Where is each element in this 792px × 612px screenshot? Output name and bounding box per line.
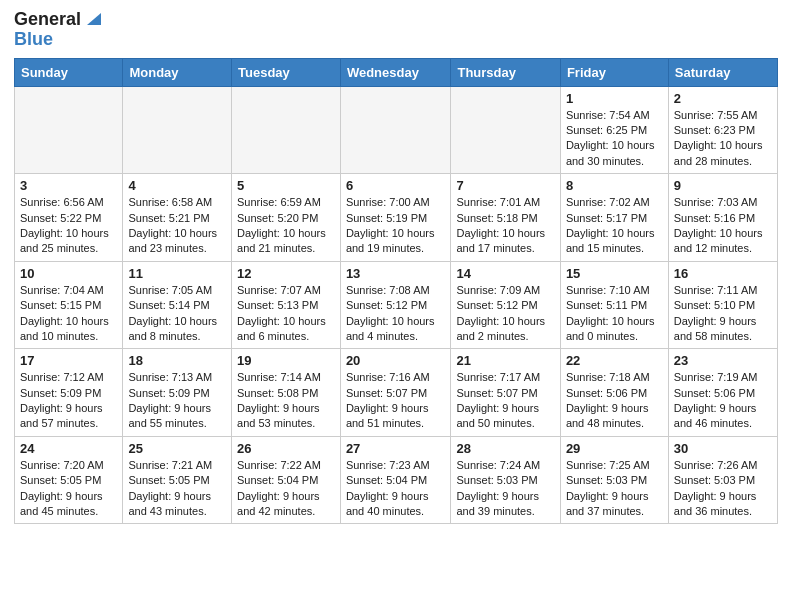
calendar-week-row: 24Sunrise: 7:20 AM Sunset: 5:05 PM Dayli… <box>15 436 778 524</box>
calendar-cell: 7Sunrise: 7:01 AM Sunset: 5:18 PM Daylig… <box>451 174 560 262</box>
logo-text-general: General <box>14 10 81 30</box>
calendar-week-row: 1Sunrise: 7:54 AM Sunset: 6:25 PM Daylig… <box>15 86 778 174</box>
calendar-cell: 27Sunrise: 7:23 AM Sunset: 5:04 PM Dayli… <box>340 436 451 524</box>
calendar-cell: 24Sunrise: 7:20 AM Sunset: 5:05 PM Dayli… <box>15 436 123 524</box>
weekday-header: Thursday <box>451 58 560 86</box>
day-number: 29 <box>566 441 663 456</box>
calendar-cell: 25Sunrise: 7:21 AM Sunset: 5:05 PM Dayli… <box>123 436 232 524</box>
weekday-header: Tuesday <box>232 58 341 86</box>
calendar-cell: 12Sunrise: 7:07 AM Sunset: 5:13 PM Dayli… <box>232 261 341 349</box>
cell-text: Sunrise: 7:19 AM Sunset: 5:06 PM Dayligh… <box>674 370 772 432</box>
calendar-cell <box>123 86 232 174</box>
day-number: 8 <box>566 178 663 193</box>
day-number: 16 <box>674 266 772 281</box>
day-number: 2 <box>674 91 772 106</box>
cell-text: Sunrise: 7:23 AM Sunset: 5:04 PM Dayligh… <box>346 458 446 520</box>
calendar-table: SundayMondayTuesdayWednesdayThursdayFrid… <box>14 58 778 525</box>
cell-text: Sunrise: 7:04 AM Sunset: 5:15 PM Dayligh… <box>20 283 117 345</box>
calendar-week-row: 17Sunrise: 7:12 AM Sunset: 5:09 PM Dayli… <box>15 349 778 437</box>
cell-text: Sunrise: 7:18 AM Sunset: 5:06 PM Dayligh… <box>566 370 663 432</box>
cell-text: Sunrise: 6:58 AM Sunset: 5:21 PM Dayligh… <box>128 195 226 257</box>
day-number: 9 <box>674 178 772 193</box>
logo-text-blue: Blue <box>14 30 53 50</box>
weekday-header: Friday <box>560 58 668 86</box>
cell-text: Sunrise: 7:01 AM Sunset: 5:18 PM Dayligh… <box>456 195 554 257</box>
day-number: 3 <box>20 178 117 193</box>
calendar-cell: 5Sunrise: 6:59 AM Sunset: 5:20 PM Daylig… <box>232 174 341 262</box>
calendar-week-row: 3Sunrise: 6:56 AM Sunset: 5:22 PM Daylig… <box>15 174 778 262</box>
day-number: 28 <box>456 441 554 456</box>
calendar-cell: 30Sunrise: 7:26 AM Sunset: 5:03 PM Dayli… <box>668 436 777 524</box>
calendar-cell: 4Sunrise: 6:58 AM Sunset: 5:21 PM Daylig… <box>123 174 232 262</box>
cell-text: Sunrise: 7:14 AM Sunset: 5:08 PM Dayligh… <box>237 370 335 432</box>
cell-text: Sunrise: 7:08 AM Sunset: 5:12 PM Dayligh… <box>346 283 446 345</box>
day-number: 18 <box>128 353 226 368</box>
calendar-cell: 15Sunrise: 7:10 AM Sunset: 5:11 PM Dayli… <box>560 261 668 349</box>
calendar-cell: 9Sunrise: 7:03 AM Sunset: 5:16 PM Daylig… <box>668 174 777 262</box>
cell-text: Sunrise: 7:24 AM Sunset: 5:03 PM Dayligh… <box>456 458 554 520</box>
day-number: 24 <box>20 441 117 456</box>
calendar-cell: 1Sunrise: 7:54 AM Sunset: 6:25 PM Daylig… <box>560 86 668 174</box>
cell-text: Sunrise: 7:21 AM Sunset: 5:05 PM Dayligh… <box>128 458 226 520</box>
cell-text: Sunrise: 7:13 AM Sunset: 5:09 PM Dayligh… <box>128 370 226 432</box>
cell-text: Sunrise: 7:00 AM Sunset: 5:19 PM Dayligh… <box>346 195 446 257</box>
calendar-cell <box>451 86 560 174</box>
calendar-cell: 29Sunrise: 7:25 AM Sunset: 5:03 PM Dayli… <box>560 436 668 524</box>
day-number: 22 <box>566 353 663 368</box>
svg-marker-0 <box>87 13 101 25</box>
logo-icon <box>83 7 105 29</box>
calendar-header-row: SundayMondayTuesdayWednesdayThursdayFrid… <box>15 58 778 86</box>
cell-text: Sunrise: 7:16 AM Sunset: 5:07 PM Dayligh… <box>346 370 446 432</box>
cell-text: Sunrise: 7:20 AM Sunset: 5:05 PM Dayligh… <box>20 458 117 520</box>
weekday-header: Sunday <box>15 58 123 86</box>
cell-text: Sunrise: 7:02 AM Sunset: 5:17 PM Dayligh… <box>566 195 663 257</box>
calendar-cell: 22Sunrise: 7:18 AM Sunset: 5:06 PM Dayli… <box>560 349 668 437</box>
cell-text: Sunrise: 7:55 AM Sunset: 6:23 PM Dayligh… <box>674 108 772 170</box>
cell-text: Sunrise: 7:03 AM Sunset: 5:16 PM Dayligh… <box>674 195 772 257</box>
day-number: 27 <box>346 441 446 456</box>
calendar-cell: 8Sunrise: 7:02 AM Sunset: 5:17 PM Daylig… <box>560 174 668 262</box>
calendar-cell: 13Sunrise: 7:08 AM Sunset: 5:12 PM Dayli… <box>340 261 451 349</box>
day-number: 17 <box>20 353 117 368</box>
weekday-header: Saturday <box>668 58 777 86</box>
cell-text: Sunrise: 7:17 AM Sunset: 5:07 PM Dayligh… <box>456 370 554 432</box>
day-number: 5 <box>237 178 335 193</box>
day-number: 14 <box>456 266 554 281</box>
cell-text: Sunrise: 6:59 AM Sunset: 5:20 PM Dayligh… <box>237 195 335 257</box>
calendar-cell <box>340 86 451 174</box>
page-container: General Blue SundayMondayTuesdayWednesda… <box>0 0 792 534</box>
calendar-cell: 18Sunrise: 7:13 AM Sunset: 5:09 PM Dayli… <box>123 349 232 437</box>
cell-text: Sunrise: 7:07 AM Sunset: 5:13 PM Dayligh… <box>237 283 335 345</box>
day-number: 21 <box>456 353 554 368</box>
calendar-cell: 11Sunrise: 7:05 AM Sunset: 5:14 PM Dayli… <box>123 261 232 349</box>
day-number: 25 <box>128 441 226 456</box>
logo: General Blue <box>14 10 105 50</box>
page-header: General Blue <box>14 10 778 50</box>
weekday-header: Monday <box>123 58 232 86</box>
day-number: 19 <box>237 353 335 368</box>
day-number: 30 <box>674 441 772 456</box>
calendar-cell: 6Sunrise: 7:00 AM Sunset: 5:19 PM Daylig… <box>340 174 451 262</box>
day-number: 12 <box>237 266 335 281</box>
calendar-cell: 26Sunrise: 7:22 AM Sunset: 5:04 PM Dayli… <box>232 436 341 524</box>
calendar-cell: 19Sunrise: 7:14 AM Sunset: 5:08 PM Dayli… <box>232 349 341 437</box>
calendar-cell: 10Sunrise: 7:04 AM Sunset: 5:15 PM Dayli… <box>15 261 123 349</box>
day-number: 26 <box>237 441 335 456</box>
day-number: 1 <box>566 91 663 106</box>
day-number: 23 <box>674 353 772 368</box>
day-number: 15 <box>566 266 663 281</box>
day-number: 7 <box>456 178 554 193</box>
calendar-week-row: 10Sunrise: 7:04 AM Sunset: 5:15 PM Dayli… <box>15 261 778 349</box>
calendar-cell: 14Sunrise: 7:09 AM Sunset: 5:12 PM Dayli… <box>451 261 560 349</box>
day-number: 11 <box>128 266 226 281</box>
calendar-cell: 2Sunrise: 7:55 AM Sunset: 6:23 PM Daylig… <box>668 86 777 174</box>
calendar-cell: 17Sunrise: 7:12 AM Sunset: 5:09 PM Dayli… <box>15 349 123 437</box>
cell-text: Sunrise: 6:56 AM Sunset: 5:22 PM Dayligh… <box>20 195 117 257</box>
calendar-cell: 3Sunrise: 6:56 AM Sunset: 5:22 PM Daylig… <box>15 174 123 262</box>
cell-text: Sunrise: 7:10 AM Sunset: 5:11 PM Dayligh… <box>566 283 663 345</box>
weekday-header: Wednesday <box>340 58 451 86</box>
cell-text: Sunrise: 7:09 AM Sunset: 5:12 PM Dayligh… <box>456 283 554 345</box>
cell-text: Sunrise: 7:54 AM Sunset: 6:25 PM Dayligh… <box>566 108 663 170</box>
day-number: 4 <box>128 178 226 193</box>
day-number: 10 <box>20 266 117 281</box>
